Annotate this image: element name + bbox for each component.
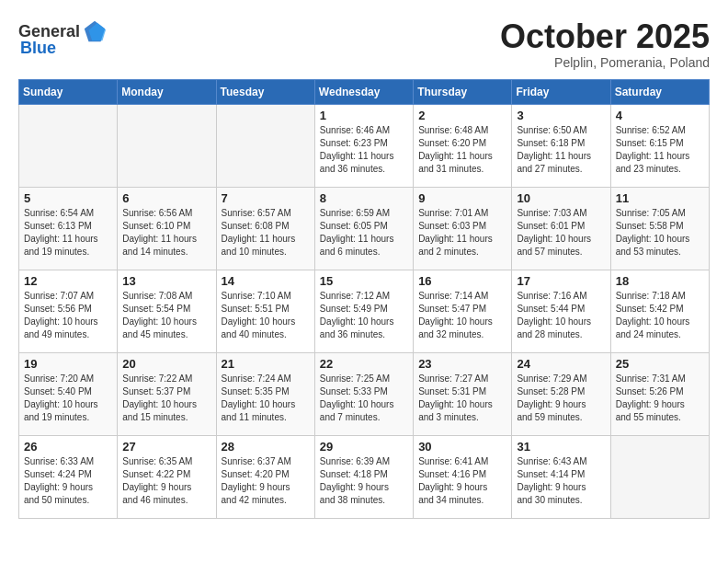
week-row-3: 12Sunrise: 7:07 AM Sunset: 5:56 PM Dayli… bbox=[19, 270, 710, 352]
day-number: 2 bbox=[418, 109, 506, 122]
location-subtitle: Pelplin, Pomerania, Poland bbox=[500, 55, 710, 70]
day-number: 23 bbox=[418, 357, 506, 371]
cell-content: Sunrise: 7:05 AM Sunset: 5:58 PM Dayligh… bbox=[616, 207, 704, 259]
calendar-cell: 10Sunrise: 7:03 AM Sunset: 6:01 PM Dayli… bbox=[512, 187, 610, 270]
calendar-cell bbox=[19, 104, 118, 187]
calendar-cell: 30Sunrise: 6:41 AM Sunset: 4:16 PM Dayli… bbox=[414, 435, 512, 518]
day-header-friday: Friday bbox=[512, 79, 610, 104]
calendar-cell: 25Sunrise: 7:31 AM Sunset: 5:26 PM Dayli… bbox=[610, 352, 709, 435]
cell-content: Sunrise: 7:16 AM Sunset: 5:44 PM Dayligh… bbox=[517, 290, 605, 341]
day-number: 26 bbox=[24, 440, 112, 454]
day-number: 10 bbox=[517, 191, 605, 205]
calendar-cell: 8Sunrise: 6:59 AM Sunset: 6:05 PM Daylig… bbox=[314, 187, 413, 270]
day-number: 24 bbox=[517, 357, 605, 371]
day-number: 7 bbox=[222, 191, 310, 205]
cell-content: Sunrise: 6:50 AM Sunset: 6:18 PM Dayligh… bbox=[517, 124, 605, 176]
calendar-cell: 4Sunrise: 6:52 AM Sunset: 6:15 PM Daylig… bbox=[610, 104, 709, 187]
day-number: 28 bbox=[222, 440, 310, 454]
calendar-cell: 23Sunrise: 7:27 AM Sunset: 5:31 PM Dayli… bbox=[414, 352, 512, 435]
cell-content: Sunrise: 6:37 AM Sunset: 4:20 PM Dayligh… bbox=[222, 455, 310, 507]
cell-content: Sunrise: 7:08 AM Sunset: 5:54 PM Dayligh… bbox=[122, 290, 210, 341]
day-number: 5 bbox=[24, 191, 112, 205]
calendar-cell: 26Sunrise: 6:33 AM Sunset: 4:24 PM Dayli… bbox=[19, 435, 118, 518]
day-header-wednesday: Wednesday bbox=[314, 79, 413, 104]
cell-content: Sunrise: 7:07 AM Sunset: 5:56 PM Dayligh… bbox=[24, 290, 112, 341]
calendar-cell: 17Sunrise: 7:16 AM Sunset: 5:44 PM Dayli… bbox=[512, 270, 610, 352]
calendar-cell: 9Sunrise: 7:01 AM Sunset: 6:03 PM Daylig… bbox=[414, 187, 512, 270]
day-number: 19 bbox=[24, 357, 112, 371]
cell-content: Sunrise: 7:24 AM Sunset: 5:35 PM Dayligh… bbox=[222, 373, 310, 424]
cell-content: Sunrise: 6:57 AM Sunset: 6:08 PM Dayligh… bbox=[222, 207, 310, 259]
day-number: 31 bbox=[517, 440, 605, 454]
day-header-thursday: Thursday bbox=[414, 79, 512, 104]
cell-content: Sunrise: 7:29 AM Sunset: 5:28 PM Dayligh… bbox=[517, 373, 605, 424]
calendar-cell: 2Sunrise: 6:48 AM Sunset: 6:20 PM Daylig… bbox=[414, 104, 512, 187]
cell-content: Sunrise: 7:14 AM Sunset: 5:47 PM Dayligh… bbox=[418, 290, 506, 341]
cell-content: Sunrise: 7:03 AM Sunset: 6:01 PM Dayligh… bbox=[517, 207, 605, 259]
calendar-cell: 19Sunrise: 7:20 AM Sunset: 5:40 PM Dayli… bbox=[19, 352, 118, 435]
day-number: 20 bbox=[122, 357, 210, 371]
week-row-2: 5Sunrise: 6:54 AM Sunset: 6:13 PM Daylig… bbox=[19, 187, 710, 270]
cell-content: Sunrise: 7:18 AM Sunset: 5:42 PM Dayligh… bbox=[616, 290, 704, 341]
day-number: 4 bbox=[616, 109, 704, 122]
day-number: 29 bbox=[320, 440, 408, 454]
day-number: 22 bbox=[320, 357, 408, 371]
week-row-5: 26Sunrise: 6:33 AM Sunset: 4:24 PM Dayli… bbox=[19, 435, 710, 518]
day-number: 30 bbox=[418, 440, 506, 454]
day-number: 27 bbox=[122, 440, 210, 454]
calendar-cell: 1Sunrise: 6:46 AM Sunset: 6:23 PM Daylig… bbox=[314, 104, 413, 187]
cell-content: Sunrise: 6:54 AM Sunset: 6:13 PM Dayligh… bbox=[24, 207, 112, 259]
cell-content: Sunrise: 6:41 AM Sunset: 4:16 PM Dayligh… bbox=[418, 455, 506, 507]
cell-content: Sunrise: 6:39 AM Sunset: 4:18 PM Dayligh… bbox=[320, 455, 408, 507]
cell-content: Sunrise: 7:22 AM Sunset: 5:37 PM Dayligh… bbox=[122, 373, 210, 424]
week-row-1: 1Sunrise: 6:46 AM Sunset: 6:23 PM Daylig… bbox=[19, 104, 710, 187]
logo-icon bbox=[82, 18, 108, 44]
calendar-cell: 14Sunrise: 7:10 AM Sunset: 5:51 PM Dayli… bbox=[216, 270, 314, 352]
cell-content: Sunrise: 6:46 AM Sunset: 6:23 PM Dayligh… bbox=[320, 124, 408, 176]
day-header-tuesday: Tuesday bbox=[216, 79, 314, 104]
cell-content: Sunrise: 6:33 AM Sunset: 4:24 PM Dayligh… bbox=[24, 455, 112, 507]
cell-content: Sunrise: 6:48 AM Sunset: 6:20 PM Dayligh… bbox=[418, 124, 506, 176]
day-number: 8 bbox=[320, 191, 408, 205]
calendar-cell: 13Sunrise: 7:08 AM Sunset: 5:54 PM Dayli… bbox=[118, 270, 216, 352]
calendar-cell bbox=[610, 435, 709, 518]
calendar-cell: 3Sunrise: 6:50 AM Sunset: 6:18 PM Daylig… bbox=[512, 104, 610, 187]
calendar-cell: 6Sunrise: 6:56 AM Sunset: 6:10 PM Daylig… bbox=[118, 187, 216, 270]
day-number: 21 bbox=[222, 357, 310, 371]
day-number: 17 bbox=[517, 274, 605, 288]
calendar-cell bbox=[216, 104, 314, 187]
calendar-cell: 31Sunrise: 6:43 AM Sunset: 4:14 PM Dayli… bbox=[512, 435, 610, 518]
title-block: October 2025 Pelplin, Pomerania, Poland bbox=[500, 18, 710, 70]
day-number: 13 bbox=[122, 274, 210, 288]
cell-content: Sunrise: 6:56 AM Sunset: 6:10 PM Dayligh… bbox=[122, 207, 210, 259]
cell-content: Sunrise: 6:59 AM Sunset: 6:05 PM Dayligh… bbox=[320, 207, 408, 259]
month-title: October 2025 bbox=[500, 18, 710, 55]
day-number: 25 bbox=[616, 357, 704, 371]
week-row-4: 19Sunrise: 7:20 AM Sunset: 5:40 PM Dayli… bbox=[19, 352, 710, 435]
day-number: 9 bbox=[418, 191, 506, 205]
header-row: SundayMondayTuesdayWednesdayThursdayFrid… bbox=[19, 79, 710, 104]
logo: General Blue bbox=[18, 18, 108, 58]
calendar-cell: 22Sunrise: 7:25 AM Sunset: 5:33 PM Dayli… bbox=[314, 352, 413, 435]
calendar-cell: 5Sunrise: 6:54 AM Sunset: 6:13 PM Daylig… bbox=[19, 187, 118, 270]
calendar-cell bbox=[118, 104, 216, 187]
day-number: 18 bbox=[616, 274, 704, 288]
page-header: General Blue October 2025 Pelplin, Pomer… bbox=[18, 18, 710, 70]
day-header-saturday: Saturday bbox=[610, 79, 709, 104]
calendar-cell: 12Sunrise: 7:07 AM Sunset: 5:56 PM Dayli… bbox=[19, 270, 118, 352]
calendar-cell: 20Sunrise: 7:22 AM Sunset: 5:37 PM Dayli… bbox=[118, 352, 216, 435]
cell-content: Sunrise: 7:27 AM Sunset: 5:31 PM Dayligh… bbox=[418, 373, 506, 424]
cell-content: Sunrise: 7:10 AM Sunset: 5:51 PM Dayligh… bbox=[222, 290, 310, 341]
calendar-cell: 21Sunrise: 7:24 AM Sunset: 5:35 PM Dayli… bbox=[216, 352, 314, 435]
logo-text-blue: Blue bbox=[20, 39, 56, 58]
cell-content: Sunrise: 7:31 AM Sunset: 5:26 PM Dayligh… bbox=[616, 373, 704, 424]
calendar-cell: 29Sunrise: 6:39 AM Sunset: 4:18 PM Dayli… bbox=[314, 435, 413, 518]
calendar-cell: 16Sunrise: 7:14 AM Sunset: 5:47 PM Dayli… bbox=[414, 270, 512, 352]
calendar-cell: 28Sunrise: 6:37 AM Sunset: 4:20 PM Dayli… bbox=[216, 435, 314, 518]
day-number: 11 bbox=[616, 191, 704, 205]
day-number: 15 bbox=[320, 274, 408, 288]
day-number: 12 bbox=[24, 274, 112, 288]
cell-content: Sunrise: 7:01 AM Sunset: 6:03 PM Dayligh… bbox=[418, 207, 506, 259]
day-number: 3 bbox=[517, 109, 605, 122]
calendar-cell: 27Sunrise: 6:35 AM Sunset: 4:22 PM Dayli… bbox=[118, 435, 216, 518]
